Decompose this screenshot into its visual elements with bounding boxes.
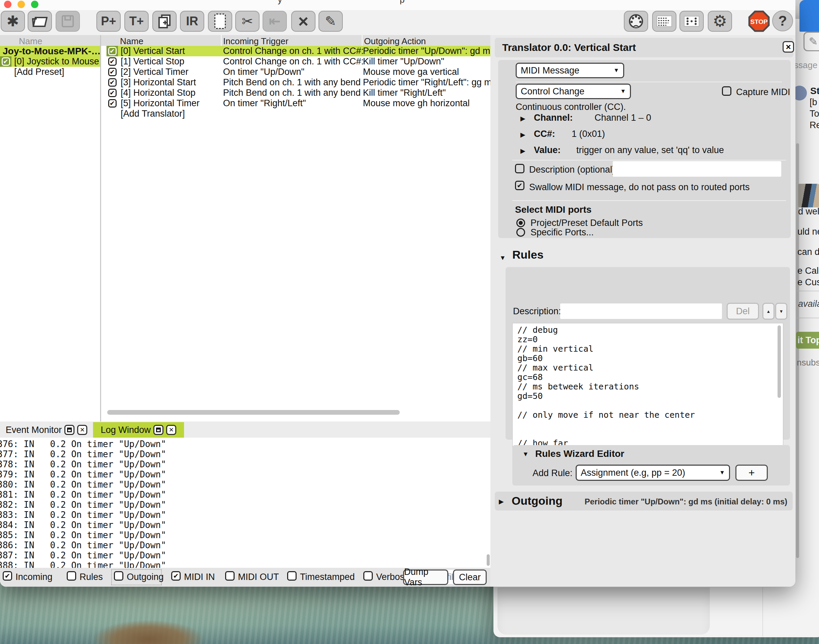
- close-icon[interactable]: ✕: [166, 425, 176, 435]
- clear-button[interactable]: Clear: [453, 569, 487, 585]
- cut-button[interactable]: ✂: [235, 11, 260, 32]
- capture-midi-label: Capture MIDI: [736, 87, 790, 97]
- trigger-type-value: MIDI Message: [521, 65, 579, 76]
- trigger-type-select[interactable]: MIDI Message ▼: [516, 63, 624, 78]
- add-rule-button[interactable]: +: [735, 465, 768, 481]
- close-icon[interactable]: ×: [782, 41, 794, 53]
- title-bar[interactable]: y p: [0, 0, 795, 10]
- midi-out-filter-checkbox[interactable]: [225, 571, 234, 581]
- add-translator-button[interactable]: T+: [124, 11, 148, 32]
- default-ports-radio[interactable]: [516, 218, 525, 227]
- checkbox-cell: ✔: [107, 56, 118, 67]
- timestamped-filter-checkbox[interactable]: [287, 571, 297, 581]
- rules-wizard-section: ▼ Rules Wizard Editor Add Rule: Assignme…: [512, 445, 790, 486]
- checkbox-checked-icon[interactable]: ✔: [108, 57, 116, 66]
- capture-midi-checkbox[interactable]: [722, 86, 731, 96]
- gear-icon: ⚙: [712, 13, 727, 29]
- tab-event-monitor[interactable]: Event Monitor ✕: [0, 422, 93, 438]
- close-icon[interactable]: ✕: [77, 425, 87, 435]
- horizontal-scrollbar[interactable]: [107, 410, 400, 415]
- disclosure-triangle-icon[interactable]: ▼: [499, 254, 506, 262]
- arrow-up-icon: ▲: [766, 309, 771, 314]
- midi-ports-button[interactable]: [624, 11, 648, 32]
- move-rule-down-button[interactable]: ▼: [775, 303, 787, 320]
- log-scrollbar[interactable]: [487, 554, 490, 566]
- outgoing-filter-checkbox[interactable]: [114, 571, 123, 581]
- code-line: gc=68: [517, 373, 783, 382]
- open-project-button[interactable]: [28, 11, 52, 32]
- verbose-filter-checkbox[interactable]: [363, 571, 373, 581]
- swallow-checkbox[interactable]: ✔: [515, 181, 524, 190]
- project-row[interactable]: Joy-to-Mouse-MPK-…: [0, 46, 100, 56]
- column-header: Name: [19, 36, 42, 46]
- log-window-button[interactable]: [652, 11, 677, 32]
- delete-rule-button[interactable]: Del: [727, 303, 759, 320]
- maximize-icon[interactable]: [153, 425, 164, 435]
- checkbox-checked-icon[interactable]: ✔: [108, 68, 116, 76]
- checkbox-checked-icon[interactable]: ✔: [108, 99, 116, 107]
- outgoing-section[interactable]: ▶ Outgoing Periodic timer "Up/Down": gd …: [495, 492, 793, 511]
- translator-row[interactable]: ✔ [3] Horizontal Start Pitch Bend on ch.…: [107, 77, 490, 88]
- midi-message-select[interactable]: Control Change ▼: [516, 84, 631, 99]
- checkbox-checked-icon[interactable]: ✔: [108, 47, 116, 55]
- add-preset-row[interactable]: [Add Preset]: [0, 67, 100, 77]
- disclosure-triangle-icon[interactable]: ▶: [520, 147, 525, 155]
- code-scrollbar[interactable]: [778, 325, 781, 398]
- log-line: 377: IN 0.2 On timer "Up/Down": [0, 449, 490, 459]
- new-project-button[interactable]: ✱: [1, 11, 25, 32]
- incoming-rules-button[interactable]: IR: [180, 11, 204, 32]
- column-divider: [221, 35, 222, 46]
- compose-icon[interactable]: ✎: [804, 32, 819, 51]
- add-preset-button[interactable]: P+: [96, 11, 121, 32]
- incoming-filter-label: Incoming: [15, 572, 53, 582]
- minimize-traffic-light[interactable]: [18, 1, 25, 8]
- settings-button[interactable]: ⚙: [708, 11, 732, 32]
- close-traffic-light[interactable]: [4, 1, 11, 8]
- tab-log-window[interactable]: Log Window ✕: [93, 422, 184, 438]
- rules-code-editor[interactable]: // debug zz=0 // min vertical gb=60 // m…: [512, 323, 783, 461]
- disclosure-triangle-icon[interactable]: ▶: [520, 115, 525, 123]
- description-checkbox[interactable]: [515, 164, 524, 173]
- description-input[interactable]: [613, 161, 781, 177]
- scissors-icon: ✂: [242, 14, 253, 28]
- delete-button[interactable]: ×: [291, 11, 315, 32]
- rule-type-select[interactable]: Assignment (e.g, pp = 20) ▼: [576, 465, 730, 481]
- del-label: Del: [736, 306, 750, 317]
- maximize-icon[interactable]: [64, 425, 75, 435]
- duplicate-button[interactable]: [152, 11, 177, 32]
- translator-row[interactable]: ✔ [2] Vertical Timer On timer "Up/Down" …: [107, 67, 490, 77]
- preset-row[interactable]: ✔ [0] Joystick to Mouse: [0, 56, 100, 67]
- code-line: zz=0: [517, 335, 783, 344]
- midi-in-filter-checkbox[interactable]: ✔: [171, 571, 181, 581]
- save-project-button[interactable]: [56, 11, 80, 32]
- checkbox-checked-icon[interactable]: ✔: [108, 89, 116, 97]
- log-output[interactable]: 376: IN 0.2 On timer "Up/Down" 377: IN 0…: [0, 438, 490, 568]
- disclosure-triangle-icon[interactable]: ▶: [520, 131, 525, 139]
- incoming-filter-checkbox[interactable]: ✔: [3, 571, 12, 581]
- disclosure-triangle-icon[interactable]: ▼: [522, 451, 529, 458]
- svg-text:STOP: STOP: [750, 18, 768, 25]
- value-label: Value:: [534, 145, 561, 155]
- stop-button[interactable]: STOP: [748, 11, 770, 32]
- specific-ports-radio[interactable]: [516, 228, 525, 237]
- translator-row[interactable]: ✔ [4] Horizontal Stop Pitch Bend on ch. …: [107, 88, 490, 98]
- rules-description-input[interactable]: [560, 304, 722, 319]
- add-translator-row[interactable]: [Add Translator]: [107, 109, 490, 119]
- edit-button[interactable]: ✎: [318, 11, 343, 32]
- mail-button-fragment[interactable]: it Top: [796, 332, 819, 349]
- checkbox-checked-icon[interactable]: ✔: [108, 78, 116, 87]
- move-rule-up-button[interactable]: ▲: [762, 303, 775, 320]
- dump-vars-button[interactable]: Dump Vars: [403, 569, 448, 585]
- help-button[interactable]: ?: [772, 11, 793, 31]
- translator-row-selected[interactable]: ✔ [0] Vertical Start Control Change on c…: [107, 46, 490, 56]
- mail-body-fragment: can di: [798, 247, 819, 257]
- import-button[interactable]: ⇤: [263, 11, 287, 32]
- zoom-traffic-light[interactable]: [31, 1, 38, 8]
- checkbox-checked-icon[interactable]: ✔: [2, 57, 10, 66]
- rules-filter-checkbox[interactable]: [67, 571, 76, 581]
- translator-row[interactable]: ✔ [5] Horizontal Timer On timer "Right/L…: [107, 98, 490, 109]
- disclosure-triangle-icon[interactable]: ▶: [499, 498, 504, 505]
- translator-row[interactable]: ✔ [1] Vertical Stop Control Change on ch…: [107, 56, 490, 67]
- paste-button[interactable]: [208, 11, 232, 32]
- project-ports-button[interactable]: [680, 11, 704, 32]
